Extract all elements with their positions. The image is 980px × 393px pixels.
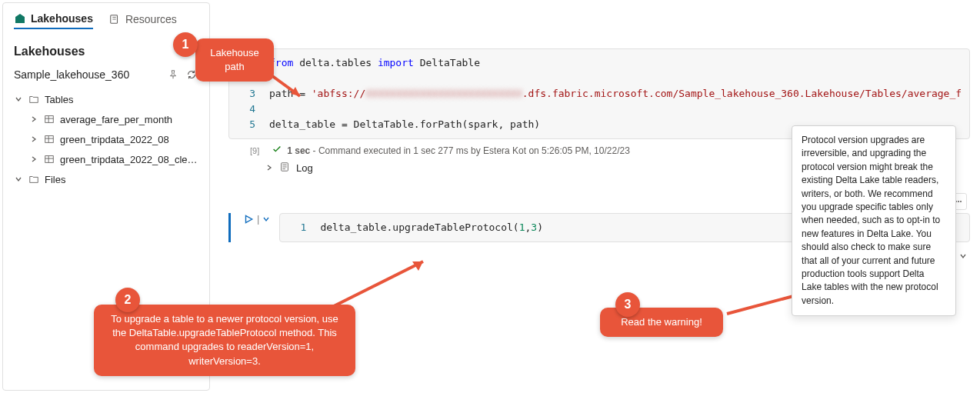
tree-label: Files	[45, 174, 65, 185]
lakehouse-icon	[14, 12, 26, 25]
tree-label: average_fare_per_month	[60, 114, 172, 125]
tree-folder-files[interactable]: Files	[8, 169, 205, 189]
warning-tooltip: Protocol version upgrades are irreversib…	[792, 125, 956, 316]
line-number: 5	[237, 117, 255, 132]
cell-index: [9]	[250, 146, 259, 155]
check-icon	[272, 144, 282, 157]
tree: Tables average_fare_per_month green_trip…	[3, 89, 209, 189]
chevron-right-icon	[265, 162, 273, 174]
tab-label: Resources	[125, 13, 177, 25]
line-number: 3	[237, 86, 255, 102]
sidebar-tabs: Lakehouses Resources	[3, 12, 209, 37]
table-icon	[43, 153, 55, 165]
tab-resources[interactable]: Resources	[108, 12, 177, 29]
folder-icon	[28, 173, 40, 185]
table-icon	[43, 133, 55, 145]
selected-lakehouse: Sample_lakehouse_360	[14, 68, 162, 81]
chevron-down-icon	[959, 252, 967, 260]
chevron-right-icon	[29, 115, 38, 124]
tree-table-item[interactable]: average_fare_per_month	[8, 109, 205, 129]
log-icon	[279, 162, 290, 175]
tab-label: Lakehouses	[31, 12, 93, 25]
table-icon	[43, 113, 55, 125]
chevron-down-icon	[14, 95, 23, 104]
annotation-badge: 3	[615, 292, 640, 317]
annotation-callout: To upgrade a table to a newer protocol v…	[94, 305, 355, 376]
pin-icon[interactable]	[166, 68, 180, 82]
svg-rect-9	[45, 156, 54, 163]
svg-rect-3	[45, 116, 54, 123]
tree-label: green_tripdata_2022_08	[60, 134, 169, 145]
lakehouse-selector[interactable]: Sample_lakehouse_360	[3, 63, 209, 89]
run-cell-button[interactable]: |	[243, 213, 270, 225]
chevron-down-icon[interactable]	[262, 215, 270, 223]
tree-table-item[interactable]: green_tripdata_2022_08_cleans...	[8, 149, 205, 169]
tree-folder-tables[interactable]: Tables	[8, 89, 205, 109]
annotation-callout: Lakehouse path	[195, 38, 274, 82]
svg-point-18	[960, 201, 962, 202]
line-number: 4	[237, 102, 255, 117]
folder-icon	[28, 93, 40, 105]
annotation-badge: 1	[173, 32, 198, 57]
svg-point-17	[958, 201, 959, 202]
resources-icon	[108, 13, 121, 25]
log-label: Log	[296, 162, 313, 174]
svg-rect-6	[45, 136, 54, 143]
chevron-down-icon	[14, 175, 23, 184]
tree-label: green_tripdata_2022_08_cleans...	[60, 154, 198, 165]
annotation-badge: 2	[115, 288, 140, 312]
tree-table-item[interactable]: green_tripdata_2022_08	[8, 129, 205, 149]
chevron-right-icon	[29, 155, 38, 164]
chevron-right-icon	[29, 135, 38, 144]
tree-label: Tables	[45, 94, 74, 105]
tab-lakehouses[interactable]: Lakehouses	[14, 12, 93, 29]
line-number: 1	[288, 220, 306, 235]
